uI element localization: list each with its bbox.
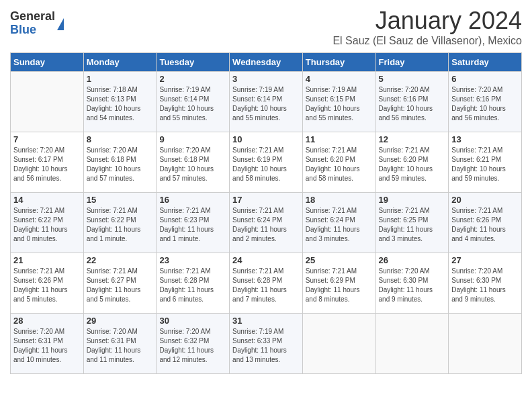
day-info: Sunrise: 7:21 AM Sunset: 6:26 PM Dayligh… (13, 267, 81, 304)
day-info: Sunrise: 7:21 AM Sunset: 6:27 PM Dayligh… (87, 267, 154, 304)
day-info: Sunrise: 7:19 AM Sunset: 6:33 PM Dayligh… (232, 327, 300, 365)
calendar-cell: 9Sunrise: 7:20 AM Sunset: 6:18 PM Daylig… (157, 132, 230, 193)
calendar-cell: 12Sunrise: 7:21 AM Sunset: 6:20 PM Dayli… (375, 132, 449, 193)
location-title: El Sauz (El Sauz de Villasenor), Mexico (332, 35, 522, 47)
day-info: Sunrise: 7:20 AM Sunset: 6:30 PM Dayligh… (379, 267, 446, 304)
calendar-cell: 29Sunrise: 7:20 AM Sunset: 6:31 PM Dayli… (83, 314, 157, 374)
calendar-body: 1Sunrise: 7:18 AM Sunset: 6:13 PM Daylig… (11, 72, 522, 374)
calendar-cell: 2Sunrise: 7:19 AM Sunset: 6:14 PM Daylig… (157, 72, 230, 132)
day-number: 1 (87, 74, 154, 84)
month-title: January 2024 (332, 7, 522, 35)
calendar-cell: 30Sunrise: 7:20 AM Sunset: 6:32 PM Dayli… (157, 314, 230, 374)
calendar-cell: 27Sunrise: 7:20 AM Sunset: 6:30 PM Dayli… (449, 253, 522, 314)
page-header: General Blue January 2024 El Sauz (El Sa… (10, 7, 522, 47)
logo-text: General Blue (10, 10, 55, 37)
calendar-cell: 26Sunrise: 7:20 AM Sunset: 6:30 PM Dayli… (375, 253, 449, 314)
day-number: 24 (232, 255, 300, 265)
day-info: Sunrise: 7:21 AM Sunset: 6:29 PM Dayligh… (306, 267, 373, 304)
header-wednesday: Wednesday (230, 53, 303, 72)
calendar-row-5: 28Sunrise: 7:20 AM Sunset: 6:31 PM Dayli… (11, 314, 522, 374)
calendar-cell: 21Sunrise: 7:21 AM Sunset: 6:26 PM Dayli… (11, 253, 84, 314)
calendar-cell (375, 314, 449, 374)
calendar-cell: 22Sunrise: 7:21 AM Sunset: 6:27 PM Dayli… (83, 253, 157, 314)
calendar-cell (11, 72, 84, 132)
day-info: Sunrise: 7:20 AM Sunset: 6:16 PM Dayligh… (379, 85, 446, 123)
day-info: Sunrise: 7:19 AM Sunset: 6:14 PM Dayligh… (159, 85, 226, 123)
calendar-cell: 13Sunrise: 7:21 AM Sunset: 6:21 PM Dayli… (449, 132, 522, 193)
day-number: 6 (451, 74, 519, 84)
day-info: Sunrise: 7:21 AM Sunset: 6:28 PM Dayligh… (159, 267, 226, 304)
calendar-cell: 1Sunrise: 7:18 AM Sunset: 6:13 PM Daylig… (83, 72, 157, 132)
day-info: Sunrise: 7:19 AM Sunset: 6:14 PM Dayligh… (232, 85, 300, 123)
calendar-cell (449, 314, 522, 374)
day-info: Sunrise: 7:21 AM Sunset: 6:20 PM Dayligh… (306, 146, 373, 183)
day-info: Sunrise: 7:21 AM Sunset: 6:19 PM Dayligh… (232, 146, 300, 183)
day-number: 16 (159, 195, 226, 205)
calendar-cell: 8Sunrise: 7:20 AM Sunset: 6:18 PM Daylig… (83, 132, 157, 193)
day-number: 30 (159, 316, 226, 326)
calendar-cell: 10Sunrise: 7:21 AM Sunset: 6:19 PM Dayli… (230, 132, 303, 193)
calendar-cell: 20Sunrise: 7:21 AM Sunset: 6:26 PM Dayli… (449, 193, 522, 253)
day-number: 8 (87, 134, 154, 144)
calendar-cell: 31Sunrise: 7:19 AM Sunset: 6:33 PM Dayli… (230, 314, 303, 374)
day-number: 18 (306, 195, 373, 205)
day-number: 14 (13, 195, 81, 205)
day-number: 25 (306, 255, 373, 265)
day-info: Sunrise: 7:21 AM Sunset: 6:26 PM Dayligh… (451, 206, 519, 244)
header-row: Sunday Monday Tuesday Wednesday Thursday… (11, 53, 522, 72)
day-info: Sunrise: 7:20 AM Sunset: 6:18 PM Dayligh… (159, 146, 226, 183)
calendar-header: Sunday Monday Tuesday Wednesday Thursday… (11, 53, 522, 72)
calendar-cell: 6Sunrise: 7:20 AM Sunset: 6:16 PM Daylig… (449, 72, 522, 132)
calendar-cell: 5Sunrise: 7:20 AM Sunset: 6:16 PM Daylig… (375, 72, 449, 132)
calendar-row-1: 1Sunrise: 7:18 AM Sunset: 6:13 PM Daylig… (11, 72, 522, 132)
calendar-cell: 3Sunrise: 7:19 AM Sunset: 6:14 PM Daylig… (230, 72, 303, 132)
day-info: Sunrise: 7:19 AM Sunset: 6:15 PM Dayligh… (306, 85, 373, 123)
day-info: Sunrise: 7:21 AM Sunset: 6:24 PM Dayligh… (306, 206, 373, 244)
header-thursday: Thursday (302, 53, 375, 72)
calendar-cell: 4Sunrise: 7:19 AM Sunset: 6:15 PM Daylig… (302, 72, 375, 132)
day-number: 4 (306, 74, 373, 84)
day-info: Sunrise: 7:18 AM Sunset: 6:13 PM Dayligh… (87, 85, 154, 123)
calendar-cell: 11Sunrise: 7:21 AM Sunset: 6:20 PM Dayli… (302, 132, 375, 193)
day-number: 23 (159, 255, 226, 265)
calendar-cell: 25Sunrise: 7:21 AM Sunset: 6:29 PM Dayli… (302, 253, 375, 314)
logo-general: General (10, 10, 55, 24)
calendar-cell: 28Sunrise: 7:20 AM Sunset: 6:31 PM Dayli… (11, 314, 84, 374)
calendar-table: Sunday Monday Tuesday Wednesday Thursday… (10, 52, 522, 374)
calendar-row-2: 7Sunrise: 7:20 AM Sunset: 6:17 PM Daylig… (11, 132, 522, 193)
day-info: Sunrise: 7:21 AM Sunset: 6:20 PM Dayligh… (379, 146, 446, 183)
day-info: Sunrise: 7:20 AM Sunset: 6:30 PM Dayligh… (451, 267, 519, 304)
day-info: Sunrise: 7:20 AM Sunset: 6:18 PM Dayligh… (87, 146, 154, 183)
day-number: 9 (159, 134, 226, 144)
day-number: 22 (87, 255, 154, 265)
day-info: Sunrise: 7:21 AM Sunset: 6:24 PM Dayligh… (232, 206, 300, 244)
calendar-cell: 16Sunrise: 7:21 AM Sunset: 6:23 PM Dayli… (157, 193, 230, 253)
day-number: 2 (159, 74, 226, 84)
day-number: 5 (379, 74, 446, 84)
calendar-cell: 19Sunrise: 7:21 AM Sunset: 6:25 PM Dayli… (375, 193, 449, 253)
day-info: Sunrise: 7:20 AM Sunset: 6:31 PM Dayligh… (87, 327, 154, 365)
day-number: 10 (232, 134, 300, 144)
day-info: Sunrise: 7:21 AM Sunset: 6:21 PM Dayligh… (451, 146, 519, 183)
calendar-row-3: 14Sunrise: 7:21 AM Sunset: 6:22 PM Dayli… (11, 193, 522, 253)
day-info: Sunrise: 7:20 AM Sunset: 6:31 PM Dayligh… (13, 327, 81, 365)
day-number: 29 (87, 316, 154, 326)
day-number: 27 (451, 255, 519, 265)
day-number: 26 (379, 255, 446, 265)
day-number: 3 (232, 74, 300, 84)
day-info: Sunrise: 7:20 AM Sunset: 6:32 PM Dayligh… (159, 327, 226, 365)
day-info: Sunrise: 7:20 AM Sunset: 6:16 PM Dayligh… (451, 85, 519, 123)
calendar-cell: 15Sunrise: 7:21 AM Sunset: 6:22 PM Dayli… (83, 193, 157, 253)
day-number: 20 (451, 195, 519, 205)
calendar-cell: 23Sunrise: 7:21 AM Sunset: 6:28 PM Dayli… (157, 253, 230, 314)
calendar-cell: 14Sunrise: 7:21 AM Sunset: 6:22 PM Dayli… (11, 193, 84, 253)
day-info: Sunrise: 7:21 AM Sunset: 6:25 PM Dayligh… (379, 206, 446, 244)
day-number: 12 (379, 134, 446, 144)
calendar-cell: 7Sunrise: 7:20 AM Sunset: 6:17 PM Daylig… (11, 132, 84, 193)
day-number: 21 (13, 255, 81, 265)
calendar-cell: 17Sunrise: 7:21 AM Sunset: 6:24 PM Dayli… (230, 193, 303, 253)
header-friday: Friday (375, 53, 449, 72)
day-number: 31 (232, 316, 300, 326)
calendar-cell: 18Sunrise: 7:21 AM Sunset: 6:24 PM Dayli… (302, 193, 375, 253)
logo: General Blue (10, 10, 64, 37)
